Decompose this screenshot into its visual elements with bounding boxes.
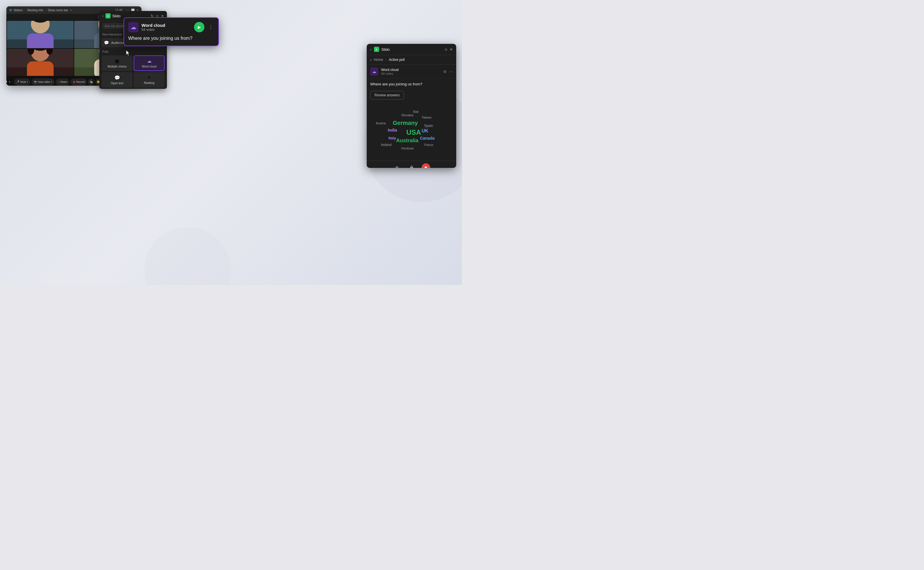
subtitle-controls: 💬 ▾	[6, 78, 11, 85]
sap-home-link[interactable]: Home	[374, 58, 383, 62]
cloud-icon: ☁	[131, 24, 136, 31]
word-Italy: Italy	[389, 136, 396, 140]
record-icon: ⏺	[73, 80, 75, 83]
word-India: India	[388, 128, 397, 132]
sap-poll-votes: 54 votes	[381, 72, 440, 75]
show-menu-bar[interactable]: Show menu bar	[48, 9, 68, 12]
word-Australia: Australia	[396, 138, 418, 144]
participant-1-video	[7, 21, 74, 48]
word-cloud-visualization: USA Germany Australia UK Canada India It…	[369, 102, 454, 159]
word-Austria: Austria	[376, 121, 386, 125]
sap-external-icon[interactable]: ⎋	[445, 47, 447, 52]
sap-more-icon[interactable]: ⋯	[449, 69, 453, 74]
sap-poll-type-icon: ☁	[370, 67, 378, 75]
word-USA: USA	[406, 129, 421, 136]
word-Taiwan: Taiwan	[421, 116, 431, 119]
slido-back-button[interactable]: ‹	[102, 14, 104, 18]
polls-section-label: Polls	[99, 49, 167, 54]
webex-app-name: Webex	[14, 9, 23, 12]
sap-brand-name: Slido	[381, 47, 390, 52]
titlebar-separator: ·	[24, 8, 25, 13]
participant-3-video	[7, 49, 74, 76]
titlebar-separator2: ·	[45, 8, 46, 13]
svg-rect-15	[27, 61, 54, 76]
wcp-header: ☁ Word cloud 54 votes ▶ ⋮	[128, 22, 214, 32]
record-label: Record	[76, 80, 85, 83]
sap-navigation: ‹ Home › Active poll	[367, 55, 456, 64]
webex-logo-icon: W	[9, 9, 12, 12]
wcp-play-button[interactable]: ▶	[194, 22, 204, 32]
multiple-choice-label: Multiple choice	[108, 65, 126, 68]
sap-settings-icon[interactable]: ⚙	[443, 69, 447, 74]
wcp-more-options[interactable]: ⋮	[207, 23, 214, 31]
word-Ireland: Ireland	[381, 143, 392, 147]
mute-button[interactable]: 🎤 Mute ▾	[14, 78, 30, 85]
ranking-icon: ≡	[148, 75, 151, 80]
wcp-question-text: Where are you joining us from?	[128, 35, 214, 41]
slido-logo-icon: S	[105, 13, 111, 18]
open-text-icon: 💬	[114, 75, 120, 80]
sap-header: ‹ S Slido ⎋ ✕	[367, 44, 456, 55]
polls-grid: ▦ Multiple choice ☁ Word cloud 💬 Open te…	[99, 54, 167, 89]
sap-back-button[interactable]: ‹	[370, 47, 372, 52]
mute-label: Mute	[20, 80, 26, 83]
wcp-vote-count: 54 votes	[141, 28, 191, 32]
word-cloud-popup: ☁ Word cloud 54 votes ▶ ⋮ Where are you …	[124, 17, 219, 46]
sap-logo-icon: S	[374, 47, 379, 52]
video-cell-3	[7, 49, 74, 76]
sap-header-actions: ⎋ ✕	[445, 47, 453, 52]
sap-poll-name: Word cloud	[381, 68, 440, 72]
word-Honduras: Honduras	[401, 147, 414, 150]
word-France: France	[424, 143, 433, 147]
wcp-poll-icon: ☁	[128, 22, 138, 32]
word-Slovakia: Slovakia	[401, 113, 414, 117]
word-cloud-item[interactable]: ☁ Word cloud	[134, 55, 165, 71]
open-text-item[interactable]: 💬 Open text	[101, 72, 132, 88]
word-cloud-icon: ☁	[147, 58, 152, 64]
lock-button[interactable]: 🔒	[407, 163, 416, 168]
word-Canada: Canada	[420, 136, 435, 141]
stop-poll-button[interactable]: ⏹	[421, 163, 430, 168]
sap-poll-details: Word cloud 54 votes	[381, 68, 440, 75]
ranking-item[interactable]: ≡ Ranking	[134, 72, 165, 88]
eye-toggle-button[interactable]: 👁	[393, 163, 401, 168]
chevron-small-icon[interactable]: ▾	[9, 78, 11, 85]
word-cloud-label: Word cloud	[142, 65, 156, 68]
caption-button[interactable]: 💬	[6, 78, 8, 85]
sap-active-poll-label: Active poll	[389, 58, 405, 62]
ranking-label: Ranking	[144, 81, 154, 84]
word-UK: UK	[421, 129, 428, 133]
reactions-button[interactable]: 🎭	[88, 78, 94, 85]
chevron-down-icon: ▾	[71, 9, 72, 12]
share-icon: ↑	[58, 80, 60, 83]
meeting-info-link[interactable]: Meeting info	[28, 9, 43, 12]
sap-poll-action-icons: ⚙ ⋯	[443, 69, 453, 74]
nav-separator: ›	[386, 58, 387, 62]
review-answers-button[interactable]: Review answers	[370, 91, 404, 100]
wcp-title-section: Word cloud 54 votes	[141, 23, 191, 32]
multiple-choice-item[interactable]: ▦ Multiple choice	[101, 55, 132, 71]
word-Bali: Bali	[413, 110, 418, 113]
word-Germany: Germany	[393, 120, 418, 126]
sap-question-text: Where are you joining us from?	[367, 79, 456, 90]
camera-icon: 📷	[34, 80, 37, 83]
sap-poll-info-row: ☁ Word cloud 54 votes ⚙ ⋯	[367, 64, 456, 79]
chevron-mute-icon[interactable]: ▾	[27, 81, 28, 83]
chevron-video-icon[interactable]: ▾	[51, 81, 52, 83]
qa-icon: 💬	[104, 40, 109, 45]
record-button[interactable]: ⏺ Record	[71, 78, 87, 85]
word-Spain: Spain	[424, 124, 433, 128]
video-cell-1	[7, 21, 74, 48]
sap-nav-back-icon[interactable]: ‹	[370, 57, 372, 62]
slido-brand-name: Slido	[112, 14, 121, 18]
sap-close-icon[interactable]: ✕	[450, 47, 453, 52]
svg-rect-3	[27, 34, 54, 48]
microphone-icon: 🎤	[16, 80, 19, 83]
stop-video-button[interactable]: 📷 Stop video ▾	[31, 78, 55, 85]
word-cloud-small-icon: ☁	[372, 69, 376, 74]
share-button[interactable]: ↑ Share	[56, 78, 69, 85]
slido-active-poll-panel: ‹ S Slido ⎋ ✕ ‹ Home › Active poll ☁ Wor…	[367, 44, 456, 168]
stop-video-label: Stop video	[38, 80, 50, 83]
open-text-label: Open text	[111, 82, 123, 85]
share-label: Share	[60, 80, 67, 83]
